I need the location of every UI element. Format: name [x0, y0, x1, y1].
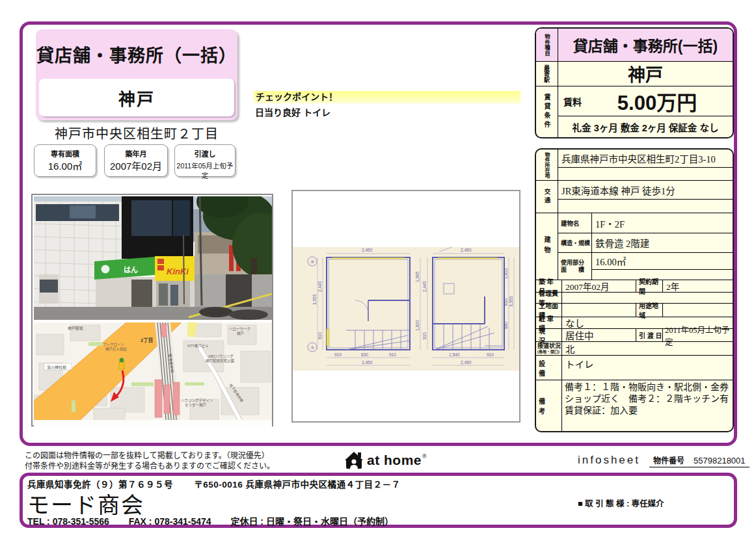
plan2-dim-btotal: 2,450 — [461, 360, 472, 365]
map-label: センター神戸 — [185, 402, 207, 408]
plan1-dim-top: 2,450 — [362, 248, 373, 252]
current-status-value: 居住中 — [562, 329, 636, 341]
map-label: 神戸ビル新館 — [105, 347, 128, 352]
disclaimer: この図面は物件情報の一部を抜粋して掲載しております。（現況優先） 付帯条件や別途… — [25, 451, 337, 471]
plan1-axis-1: ① — [310, 345, 314, 350]
plan1-dim-btotal: 2,450 — [362, 360, 373, 365]
plan1-axis-2: ② — [310, 259, 314, 264]
detail-table-main: 物件所在地 兵庫県神戸市中央区相生町2丁目3-10 交通 JR東海道本線 神戸 … — [535, 148, 734, 432]
rent-label: 賃料 — [558, 95, 582, 108]
storefront-sign-text: KinKi — [167, 267, 189, 276]
street-photo: はん KinKi — [34, 196, 272, 320]
map-label: ハローワーク — [229, 327, 250, 331]
spec-area-label: 専有面積 — [34, 148, 96, 159]
company-closed-days: 定休日 : 日曜・祭日・水曜日（予約制） — [230, 516, 393, 527]
checkpoint-body: 日当り良好 トイレ — [255, 105, 331, 118]
floorplan-box: 2,450 ② ① 3,555 2,445 910 1,585 1,820 91… — [291, 190, 520, 423]
company-tel: TEL : 078-351-5566 — [27, 516, 109, 527]
spec-box-area: 専有面積 16.00㎡ — [34, 144, 96, 177]
notes-label: 備 考 — [536, 380, 562, 431]
spec-built-value: 2007年02月 — [105, 159, 167, 172]
building-area-label-2: 面 積 — [561, 267, 591, 274]
building-area-label-1: 使用部分 — [561, 259, 591, 267]
plan1-dim-left-low: 910 — [317, 332, 322, 339]
current-status-label: 現 況 — [536, 329, 562, 341]
building-name-value: 1F・2F — [592, 213, 733, 233]
title-box: 貸店舗・事務所（一括） 神戸 — [36, 29, 237, 120]
land-area-value — [562, 304, 636, 317]
transport-value: JR東海道本線 神戸 徒歩1分 — [558, 181, 733, 199]
spec-handover-label: 引渡し — [175, 148, 235, 159]
plan2-dim-b1: 1,540 — [449, 352, 460, 357]
transport-value-line2 — [558, 199, 733, 213]
rent-value: 5.00万円 — [582, 86, 733, 116]
equipment-label: 設 備 — [536, 356, 562, 380]
infosheet-row: infosheet 物件番号 55798218001 — [578, 454, 749, 467]
row-label-location: 物件所在地 — [543, 152, 550, 178]
plan2-dim-left-low: 910 — [422, 332, 427, 339]
plan1-dim-b2: 630 — [361, 352, 368, 357]
building-area-line2 — [592, 269, 733, 280]
spec-area-value: 16.00㎡ — [34, 159, 96, 172]
infosheet-page: 貸店舗・事務所（一括） 神戸 神戸市中央区相生町２丁目 専有面積 16.00㎡ … — [0, 0, 756, 537]
built-date-value: 2007年02月 — [562, 280, 636, 292]
floorplan-drawing: 2,450 ② ① 3,555 2,445 910 1,585 1,820 91… — [293, 191, 519, 421]
plan2-dim-right-up: 1,815 — [504, 268, 508, 279]
building-structure-label: 構造・規模 — [558, 233, 592, 252]
zoning-label: 用途地域 — [636, 304, 663, 317]
plan2-dim-left-mid: 2,445 — [422, 281, 427, 292]
row-label-station: 最寄駅 — [543, 65, 551, 83]
handover-date-label: 引 渡 日 — [636, 329, 663, 341]
plan1-dim-b3: 910 — [389, 352, 396, 357]
athome-logo: at home ® — [344, 451, 427, 470]
map-label: ABCハウジング — [208, 354, 234, 359]
photo-map-box: はん KinKi — [31, 194, 273, 426]
plan1-dim-left-mid: 2,445 — [317, 281, 322, 292]
road-contact-sublabel: (角地・間口) — [537, 350, 561, 354]
plan1-dim-right-low: 1,820 — [415, 320, 420, 331]
building-name-label: 建物名 — [558, 213, 592, 233]
handover-date-value: 2011年05月上旬予定 — [663, 329, 733, 341]
plan1-dim-right-up: 1,585 — [415, 271, 420, 282]
disclaimer-line2: 付帯条件や別途料金等が発生する場合もありますのでご確認ください。 — [25, 461, 337, 471]
company-contact-line: TEL : 078-351-5566 FAX : 078-341-5474 定休… — [27, 514, 411, 527]
athome-house-icon — [344, 451, 364, 470]
map-label: ハウジングデザイン — [181, 398, 213, 403]
plan2-dim-right-low: 880 — [504, 322, 508, 329]
spec-handover-value: 2011年05月上旬予定 — [175, 161, 235, 180]
plan1-dim-b1: 910 — [334, 352, 342, 357]
row-label-building: 建物 — [542, 236, 552, 257]
row-label-property-type: 物件種目 — [543, 34, 551, 56]
road-contact-label: 接道状況 — [537, 343, 561, 350]
plan1-dim-left-total: 3,555 — [312, 294, 317, 305]
map-label: 2丁目 — [141, 337, 153, 343]
road-contact-value: 北 — [562, 342, 733, 355]
property-type-title: 貸店舗・事務所（一括） — [36, 29, 237, 79]
building-area-value: 16.00㎡ — [592, 253, 733, 269]
area-map: 神戸駅前 ブックローン 神戸ビル新館 2丁目 東海道本線 NTT神戸ビル ABC… — [34, 322, 272, 426]
map-label: 湊川神社前 — [47, 365, 66, 370]
athome-logo-text: at home — [367, 452, 422, 468]
building-structure-value: 鉄骨造 2階建 — [592, 233, 733, 252]
map-label: NTT神戸ビル — [187, 343, 209, 348]
map-label: 神戸駅前 — [68, 326, 83, 331]
spec-box-handover: 引渡し 2011年05月上旬予定 — [174, 144, 236, 177]
spec-built-label: 築年月 — [105, 148, 167, 159]
station-value: 神戸 — [558, 62, 733, 86]
property-no-value: 55798218001 — [694, 456, 746, 465]
map-label: 神戸 — [237, 331, 245, 336]
plan2-dim-top: 2,450 — [461, 248, 472, 252]
infosheet-label: infosheet — [578, 454, 640, 467]
equipment-value: トイレ — [562, 356, 733, 380]
company-fax: FAX : 078-341-5474 — [129, 516, 211, 527]
notes-value: 備考１：１階・物販向き・駅北側・金券ショップ近く 備考２：２階キッチン有 賃貸保… — [562, 380, 733, 431]
office-address: 〒650-0016 兵庫県神戸市中央区橘通４丁目２－７ — [194, 480, 400, 490]
athome-reg-mark: ® — [422, 453, 427, 460]
contract-term-label: 契約期間 — [636, 280, 663, 292]
property-no-label: 物件番号 — [653, 454, 684, 465]
station-title: 神戸 — [39, 79, 234, 116]
awning-text: はん — [124, 266, 138, 274]
detail-table-top: 物件種目 貸店舗・事務所(一括) 最寄駅 神戸 賃貸条件 賃料 5.00万円 礼… — [535, 27, 734, 138]
checkpoint-title: チェックポイント！ — [254, 91, 520, 103]
row-label-transport: 交通 — [543, 189, 552, 205]
